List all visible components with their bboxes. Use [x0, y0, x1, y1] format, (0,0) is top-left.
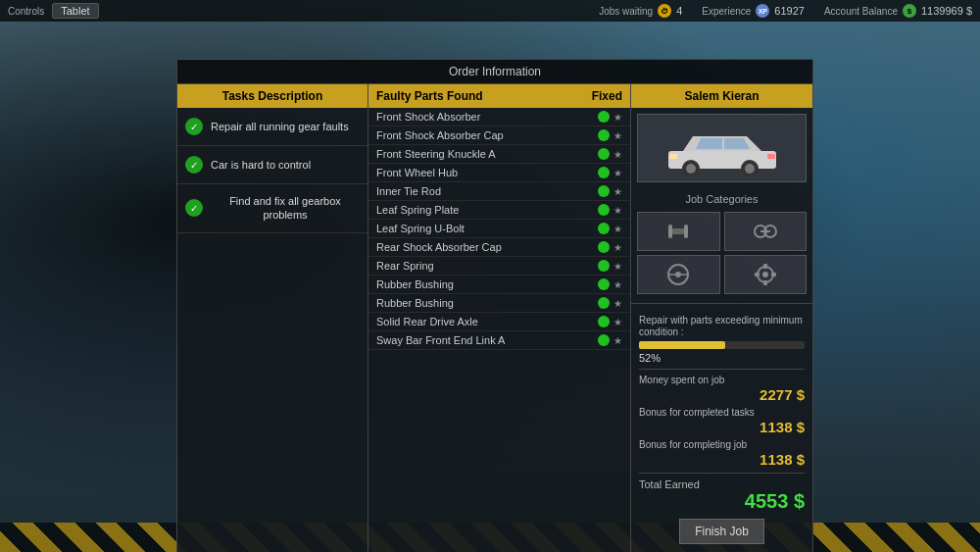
task-check-icon: ✓	[185, 156, 203, 174]
part-name: Rubber Bushing	[376, 297, 454, 309]
bonus-tasks-row: Bonus for completed tasks 1138 $	[639, 407, 805, 435]
part-status: ★	[598, 204, 622, 216]
part-name: Inner Tie Rod	[376, 185, 441, 197]
total-earned-label: Total Earned	[639, 478, 805, 490]
fixed-indicator	[598, 129, 610, 141]
part-name: Front Shock Absorber Cap	[376, 129, 504, 141]
star-icon: ★	[613, 149, 622, 160]
category-suspension	[637, 212, 720, 251]
part-status: ★	[598, 278, 622, 290]
car-svg	[663, 122, 781, 176]
fixed-indicator	[598, 241, 610, 253]
svg-rect-20	[763, 280, 767, 285]
total-earned-value: 4553 $	[639, 490, 805, 513]
category-gearbox	[724, 255, 808, 294]
progress-bar-fill	[639, 341, 725, 349]
part-status: ★	[598, 223, 622, 234]
gearbox-icon	[751, 260, 780, 289]
part-name: Rear Shock Absorber Cap	[376, 241, 502, 253]
fixed-indicator	[598, 167, 610, 178]
star-icon: ★	[613, 261, 622, 272]
top-bar-right: Jobs waiting ⏱ 4 Experience XP 61927 Acc…	[599, 4, 972, 18]
task-text: Find and fix all gearbox problems	[211, 194, 360, 223]
part-row: Front Wheel Hub ★	[368, 164, 630, 182]
part-status: ★	[598, 129, 622, 141]
fixed-indicator	[598, 204, 610, 216]
part-status: ★	[598, 316, 622, 327]
part-status: ★	[598, 185, 622, 197]
part-row: Front Shock Absorber Cap ★	[368, 126, 630, 145]
order-title: Order Information	[177, 60, 812, 84]
exp-value: 61927	[774, 5, 805, 17]
fixed-indicator	[598, 260, 610, 272]
part-name: Front Shock Absorber	[376, 111, 480, 123]
faulty-parts-label: Faulty Parts Found	[376, 89, 483, 103]
svg-rect-22	[771, 273, 776, 276]
task-item: ✓ Repair all running gear faults	[177, 108, 368, 146]
divider3	[639, 473, 805, 474]
star-icon: ★	[613, 317, 622, 327]
task-item: ✓ Car is hard to control	[177, 146, 368, 184]
part-row: Leaf Spring Plate ★	[368, 201, 630, 220]
order-columns: Tasks Description ✓ Repair all running g…	[177, 84, 812, 552]
task-text: Car is hard to control	[211, 158, 311, 172]
part-row: Rear Shock Absorber Cap ★	[368, 238, 630, 257]
money-icon: $	[903, 4, 916, 18]
svg-point-2	[686, 164, 696, 174]
category-drivetrain	[724, 212, 808, 251]
fixed-indicator	[598, 334, 610, 346]
part-status: ★	[598, 167, 622, 178]
part-name: Leaf Spring Plate	[376, 204, 459, 216]
part-status: ★	[598, 297, 622, 309]
tablet-badge[interactable]: Tablet	[52, 3, 98, 19]
top-bar-left: Controls Tablet	[8, 3, 99, 19]
jobs-icon: ⏱	[658, 4, 671, 18]
part-row: Sway Bar Front End Link A ★	[368, 331, 630, 350]
customer-header: Salem Kieran	[631, 84, 812, 108]
repair-condition-label: Repair with parts exceeding minimum cond…	[639, 315, 805, 338]
svg-point-18	[762, 272, 768, 277]
part-status: ★	[598, 334, 622, 346]
svg-point-14	[675, 272, 681, 277]
star-icon: ★	[613, 279, 622, 290]
controls-label: Controls	[8, 6, 44, 17]
star-icon: ★	[613, 205, 622, 216]
steering-icon	[663, 260, 693, 289]
bonus-tasks-value: 1138 $	[639, 419, 805, 435]
total-earned-row: Total Earned 4553 $	[639, 478, 805, 513]
jobs-stat: Jobs waiting ⏱ 4	[599, 4, 682, 18]
money-spent-value: 2277 $	[639, 386, 805, 403]
part-row: Front Steering Knuckle A ★	[368, 145, 630, 164]
part-row: Front Shock Absorber ★	[368, 108, 630, 126]
part-status: ★	[598, 111, 622, 123]
repair-condition-row: Repair with parts exceeding minimum cond…	[639, 315, 805, 364]
part-row: Solid Rear Drive Axle ★	[368, 313, 630, 331]
task-item: ✓ Find and fix all gearbox problems	[177, 184, 368, 233]
stats-section: Repair with parts exceeding minimum cond…	[631, 309, 812, 552]
exp-label: Experience	[702, 6, 751, 17]
fixed-indicator	[598, 111, 610, 123]
part-name: Front Steering Knuckle A	[376, 148, 496, 160]
svg-rect-5	[669, 154, 677, 159]
tasks-header: Tasks Description	[177, 84, 368, 108]
tasks-column: Tasks Description ✓ Repair all running g…	[177, 84, 368, 552]
top-bar: Controls Tablet Jobs waiting ⏱ 4 Experie…	[0, 0, 980, 22]
drivetrain-icon	[751, 217, 780, 246]
money-spent-label: Money spent on job	[639, 375, 805, 386]
car-preview	[637, 114, 807, 182]
fixed-indicator	[598, 278, 610, 290]
fixed-indicator	[598, 223, 610, 234]
star-icon: ★	[613, 242, 622, 253]
part-name: Rubber Bushing	[376, 278, 454, 290]
part-row: Leaf Spring U-Bolt ★	[368, 220, 630, 238]
balance-value: 1139969 $	[921, 5, 972, 17]
tablet-label: Tablet	[61, 5, 89, 17]
finish-job-button[interactable]: Finish Job	[679, 519, 764, 544]
bonus-job-label: Bonus for completing job	[639, 439, 805, 451]
divider	[631, 303, 812, 304]
part-name: Solid Rear Drive Axle	[376, 316, 478, 327]
part-row: Inner Tie Rod ★	[368, 182, 630, 201]
categories-grid	[631, 208, 812, 298]
star-icon: ★	[613, 112, 622, 123]
part-name: Front Wheel Hub	[376, 167, 458, 178]
